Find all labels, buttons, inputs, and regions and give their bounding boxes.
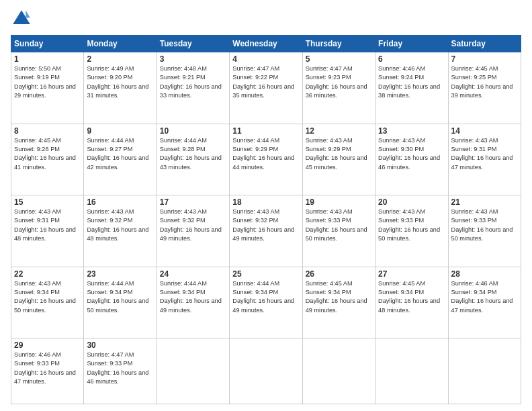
page: SundayMondayTuesdayWednesdayThursdayFrid…	[0, 0, 532, 411]
calendar-cell: 12Sunrise: 4:43 AMSunset: 9:29 PMDayligh…	[302, 124, 375, 195]
day-number: 13	[378, 126, 445, 136]
day-info: Sunrise: 4:44 AMSunset: 9:28 PMDaylight:…	[160, 136, 226, 172]
day-number: 30	[87, 340, 153, 350]
day-number: 2	[87, 54, 153, 64]
calendar-cell: 16Sunrise: 4:43 AMSunset: 9:32 PMDayligh…	[84, 195, 157, 267]
day-info: Sunrise: 4:43 AMSunset: 9:33 PMDaylight:…	[378, 208, 445, 243]
logo-icon	[11, 8, 32, 30]
day-info: Sunrise: 4:44 AMSunset: 9:34 PMDaylight:…	[87, 279, 153, 315]
day-info: Sunrise: 4:46 AMSunset: 9:33 PMDaylight:…	[14, 351, 81, 386]
calendar-cell: 17Sunrise: 4:43 AMSunset: 9:32 PMDayligh…	[157, 195, 229, 267]
calendar-cell	[157, 338, 229, 404]
day-number: 10	[160, 126, 226, 136]
day-number: 11	[232, 126, 299, 136]
calendar-cell	[448, 338, 521, 404]
day-number: 23	[87, 269, 153, 279]
day-number: 8	[14, 126, 81, 136]
weekday-header: Tuesday	[157, 36, 229, 52]
day-number: 18	[232, 197, 299, 207]
calendar-cell: 7Sunrise: 4:45 AMSunset: 9:25 PMDaylight…	[448, 52, 521, 124]
day-number: 26	[306, 269, 372, 279]
day-info: Sunrise: 4:43 AMSunset: 9:31 PMDaylight:…	[14, 208, 81, 243]
day-info: Sunrise: 4:47 AMSunset: 9:33 PMDaylight:…	[87, 351, 153, 386]
weekday-header-row: SundayMondayTuesdayWednesdayThursdayFrid…	[11, 36, 521, 52]
day-number: 12	[306, 126, 372, 136]
calendar-cell: 22Sunrise: 4:43 AMSunset: 9:34 PMDayligh…	[11, 267, 84, 338]
calendar-cell: 27Sunrise: 4:45 AMSunset: 9:34 PMDayligh…	[375, 267, 448, 338]
calendar-cell	[375, 338, 448, 404]
day-info: Sunrise: 4:47 AMSunset: 9:23 PMDaylight:…	[306, 64, 372, 100]
calendar-cell	[230, 338, 302, 404]
calendar-cell: 29Sunrise: 4:46 AMSunset: 9:33 PMDayligh…	[11, 338, 84, 404]
day-info: Sunrise: 4:45 AMSunset: 9:34 PMDaylight:…	[306, 279, 372, 315]
calendar-cell: 5Sunrise: 4:47 AMSunset: 9:23 PMDaylight…	[302, 52, 375, 124]
calendar-table: SundayMondayTuesdayWednesdayThursdayFrid…	[11, 35, 521, 404]
calendar-cell: 13Sunrise: 4:43 AMSunset: 9:30 PMDayligh…	[375, 124, 448, 195]
day-info: Sunrise: 4:43 AMSunset: 9:33 PMDaylight:…	[306, 208, 372, 243]
calendar-cell	[302, 338, 375, 404]
calendar-cell: 8Sunrise: 4:45 AMSunset: 9:26 PMDaylight…	[11, 124, 84, 195]
calendar-cell: 23Sunrise: 4:44 AMSunset: 9:34 PMDayligh…	[84, 267, 157, 338]
day-info: Sunrise: 4:43 AMSunset: 9:31 PMDaylight:…	[451, 136, 518, 172]
day-info: Sunrise: 4:43 AMSunset: 9:32 PMDaylight:…	[232, 208, 299, 243]
day-info: Sunrise: 5:50 AMSunset: 9:19 PMDaylight:…	[14, 64, 81, 100]
weekday-header: Thursday	[302, 36, 375, 52]
calendar-cell: 19Sunrise: 4:43 AMSunset: 9:33 PMDayligh…	[302, 195, 375, 267]
calendar-cell: 11Sunrise: 4:44 AMSunset: 9:29 PMDayligh…	[230, 124, 302, 195]
day-info: Sunrise: 4:44 AMSunset: 9:29 PMDaylight:…	[232, 136, 299, 172]
weekday-header: Wednesday	[230, 36, 302, 52]
day-info: Sunrise: 4:43 AMSunset: 9:30 PMDaylight:…	[378, 136, 445, 172]
day-number: 9	[87, 126, 153, 136]
day-info: Sunrise: 4:43 AMSunset: 9:32 PMDaylight:…	[87, 208, 153, 243]
day-info: Sunrise: 4:46 AMSunset: 9:24 PMDaylight:…	[378, 64, 445, 100]
day-info: Sunrise: 4:43 AMSunset: 9:32 PMDaylight:…	[160, 208, 226, 243]
day-number: 19	[306, 197, 372, 207]
calendar-cell: 15Sunrise: 4:43 AMSunset: 9:31 PMDayligh…	[11, 195, 84, 267]
day-info: Sunrise: 4:47 AMSunset: 9:22 PMDaylight:…	[232, 64, 299, 100]
day-number: 17	[160, 197, 226, 207]
day-number: 16	[87, 197, 153, 207]
calendar-cell: 30Sunrise: 4:47 AMSunset: 9:33 PMDayligh…	[84, 338, 157, 404]
weekday-header: Saturday	[448, 36, 521, 52]
header	[11, 8, 521, 30]
day-number: 7	[451, 54, 518, 64]
day-info: Sunrise: 4:44 AMSunset: 9:34 PMDaylight:…	[232, 279, 299, 315]
svg-marker-1	[26, 10, 30, 17]
day-number: 20	[378, 197, 445, 207]
calendar-cell: 2Sunrise: 4:49 AMSunset: 9:20 PMDaylight…	[84, 52, 157, 124]
day-number: 21	[451, 197, 518, 207]
day-info: Sunrise: 4:48 AMSunset: 9:21 PMDaylight:…	[160, 64, 226, 100]
day-number: 27	[378, 269, 445, 279]
calendar-cell: 25Sunrise: 4:44 AMSunset: 9:34 PMDayligh…	[230, 267, 302, 338]
day-number: 28	[451, 269, 518, 279]
day-number: 5	[306, 54, 372, 64]
calendar-cell: 24Sunrise: 4:44 AMSunset: 9:34 PMDayligh…	[157, 267, 229, 338]
calendar-cell: 20Sunrise: 4:43 AMSunset: 9:33 PMDayligh…	[375, 195, 448, 267]
day-number: 4	[232, 54, 299, 64]
calendar-cell: 4Sunrise: 4:47 AMSunset: 9:22 PMDaylight…	[230, 52, 302, 124]
day-info: Sunrise: 4:45 AMSunset: 9:34 PMDaylight:…	[378, 279, 445, 315]
day-info: Sunrise: 4:49 AMSunset: 9:20 PMDaylight:…	[87, 64, 153, 100]
day-number: 22	[14, 269, 81, 279]
calendar-cell: 28Sunrise: 4:46 AMSunset: 9:34 PMDayligh…	[448, 267, 521, 338]
day-number: 6	[378, 54, 445, 64]
day-number: 3	[160, 54, 226, 64]
day-number: 25	[232, 269, 299, 279]
weekday-header: Friday	[375, 36, 448, 52]
calendar-cell: 26Sunrise: 4:45 AMSunset: 9:34 PMDayligh…	[302, 267, 375, 338]
calendar-cell: 18Sunrise: 4:43 AMSunset: 9:32 PMDayligh…	[230, 195, 302, 267]
day-info: Sunrise: 4:43 AMSunset: 9:29 PMDaylight:…	[306, 136, 372, 172]
calendar-cell: 14Sunrise: 4:43 AMSunset: 9:31 PMDayligh…	[448, 124, 521, 195]
day-number: 15	[14, 197, 81, 207]
day-info: Sunrise: 4:46 AMSunset: 9:34 PMDaylight:…	[451, 279, 518, 315]
day-info: Sunrise: 4:43 AMSunset: 9:33 PMDaylight:…	[451, 208, 518, 243]
calendar-cell: 21Sunrise: 4:43 AMSunset: 9:33 PMDayligh…	[448, 195, 521, 267]
day-info: Sunrise: 4:45 AMSunset: 9:26 PMDaylight:…	[14, 136, 81, 172]
calendar-cell: 6Sunrise: 4:46 AMSunset: 9:24 PMDaylight…	[375, 52, 448, 124]
calendar-week-row: 15Sunrise: 4:43 AMSunset: 9:31 PMDayligh…	[11, 195, 521, 267]
day-number: 1	[14, 54, 81, 64]
calendar-week-row: 8Sunrise: 4:45 AMSunset: 9:26 PMDaylight…	[11, 124, 521, 195]
calendar-cell: 10Sunrise: 4:44 AMSunset: 9:28 PMDayligh…	[157, 124, 229, 195]
calendar-week-row: 1Sunrise: 5:50 AMSunset: 9:19 PMDaylight…	[11, 52, 521, 124]
calendar-week-row: 29Sunrise: 4:46 AMSunset: 9:33 PMDayligh…	[11, 338, 521, 404]
